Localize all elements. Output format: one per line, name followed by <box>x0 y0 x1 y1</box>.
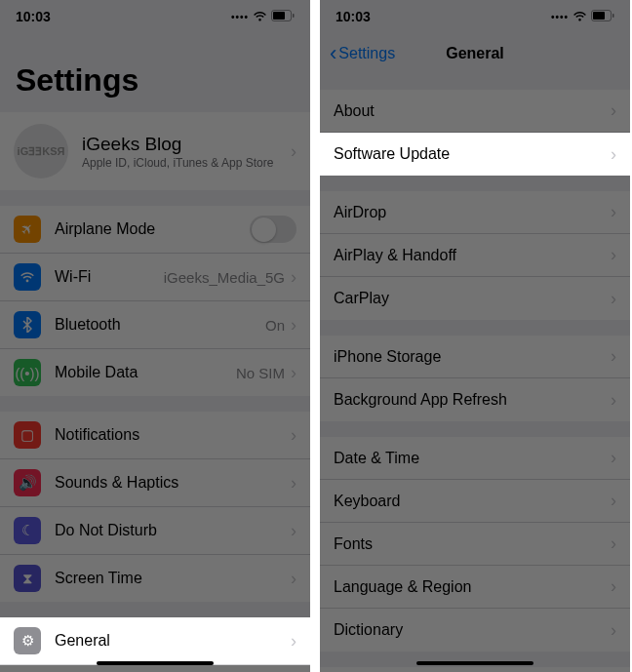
notifications-row[interactable]: ▢ Notifications › <box>0 412 310 459</box>
status-icons: •••• <box>551 9 614 24</box>
mobile-value: No SIM <box>236 365 285 381</box>
apple-id-row[interactable]: iGƎƎKSЯ iGeeks Blog Apple ID, iCloud, iT… <box>0 112 310 190</box>
airplane-icon: ✈ <box>14 216 41 243</box>
airplane-toggle[interactable] <box>250 216 296 243</box>
connectivity-section: ✈ Airplane Mode Wi-Fi iGeeks_Media_5G › … <box>0 206 310 396</box>
chevron-left-icon: ‹ <box>330 41 336 66</box>
wifi-icon <box>573 9 587 24</box>
bluetooth-icon <box>14 311 41 338</box>
status-bar: 10:03 •••• <box>320 0 630 33</box>
chevron-right-icon: › <box>291 267 296 288</box>
profile-section: iGƎƎKSЯ iGeeks Blog Apple ID, iCloud, iT… <box>0 112 310 190</box>
airdrop-row[interactable]: AirDrop › <box>320 191 630 234</box>
background-refresh-row[interactable]: Background App Refresh › <box>320 378 630 421</box>
fonts-label: Fonts <box>334 535 611 553</box>
airplay-row[interactable]: AirPlay & Handoff › <box>320 234 630 277</box>
airplane-mode-row[interactable]: ✈ Airplane Mode <box>0 206 310 254</box>
gear-icon: ⚙ <box>14 627 41 654</box>
back-button[interactable]: ‹ Settings <box>330 41 395 66</box>
dnd-row[interactable]: ☾ Do Not Disturb › <box>0 507 310 555</box>
chevron-right-icon: › <box>611 144 616 165</box>
cellular-icon: •••• <box>231 12 249 22</box>
chevron-right-icon: › <box>611 100 616 121</box>
sounds-label: Sounds & Haptics <box>55 474 291 492</box>
chevron-right-icon: › <box>611 202 616 222</box>
screentime-row[interactable]: ⧗ Screen Time › <box>0 555 310 602</box>
software-update-row[interactable]: Software Update › <box>320 133 630 176</box>
wifi-value: iGeeks_Media_5G <box>164 269 285 286</box>
storage-row[interactable]: iPhone Storage › <box>320 336 630 378</box>
home-indicator[interactable] <box>97 661 214 665</box>
chevron-right-icon: › <box>291 425 296 446</box>
general-label: General <box>55 632 291 650</box>
general-row[interactable]: ⚙ General › <box>0 617 310 665</box>
profile-subtitle: Apple ID, iCloud, iTunes & App Store <box>82 156 291 170</box>
mobile-data-row[interactable]: ((•)) Mobile Data No SIM › <box>0 349 310 396</box>
back-label: Settings <box>338 45 395 62</box>
wifi-row-icon <box>14 263 41 291</box>
status-time: 10:03 <box>336 9 371 24</box>
software-label: Software Update <box>334 145 611 163</box>
nav-bar: ‹ Settings General <box>320 33 630 74</box>
general-settings-screen: 10:03 •••• ‹ Settings General About › So… <box>320 0 630 672</box>
chevron-right-icon: › <box>611 576 616 597</box>
locale-section: Date & Time › Keyboard › Fonts › Languag… <box>320 437 630 652</box>
notifications-label: Notifications <box>55 426 291 444</box>
airdrop-label: AirDrop <box>334 204 611 221</box>
chevron-right-icon: › <box>611 245 616 265</box>
keyboard-row[interactable]: Keyboard › <box>320 480 630 523</box>
notifications-section: ▢ Notifications › 🔊 Sounds & Haptics › ☾… <box>0 412 310 602</box>
notifications-icon: ▢ <box>14 421 41 449</box>
avatar: iGƎƎKSЯ <box>14 124 68 178</box>
svg-rect-10 <box>593 12 605 20</box>
wifi-label: Wi-Fi <box>55 268 164 286</box>
about-label: About <box>334 102 611 120</box>
chevron-right-icon: › <box>291 631 296 652</box>
dictionary-row[interactable]: Dictionary › <box>320 609 630 652</box>
chevron-right-icon: › <box>611 448 616 468</box>
battery-icon <box>591 9 614 24</box>
screentime-label: Screen Time <box>55 570 291 587</box>
home-indicator[interactable] <box>416 661 533 665</box>
language-label: Language & Region <box>334 578 611 596</box>
wifi-row[interactable]: Wi-Fi iGeeks_Media_5G › <box>0 254 310 301</box>
page-title: Settings <box>0 33 310 112</box>
chevron-right-icon: › <box>611 390 616 411</box>
bluetooth-row[interactable]: Bluetooth On › <box>0 301 310 349</box>
language-row[interactable]: Language & Region › <box>320 566 630 609</box>
keyboard-label: Keyboard <box>334 493 611 510</box>
sounds-icon: 🔊 <box>14 469 41 496</box>
nav-title: General <box>446 45 504 62</box>
settings-root-screen: 10:03 •••• Settings iGƎƎKSЯ iGeeks Blog … <box>0 0 310 672</box>
wifi-icon <box>253 9 267 24</box>
antenna-icon: ((•)) <box>14 359 41 386</box>
bluetooth-label: Bluetooth <box>55 316 265 334</box>
about-row[interactable]: About › <box>320 90 630 133</box>
datetime-row[interactable]: Date & Time › <box>320 437 630 480</box>
chevron-right-icon: › <box>291 315 296 336</box>
chevron-right-icon: › <box>291 141 296 162</box>
moon-icon: ☾ <box>14 517 41 544</box>
fonts-row[interactable]: Fonts › <box>320 523 630 566</box>
battery-icon <box>271 9 295 24</box>
chevron-right-icon: › <box>611 534 616 554</box>
airplay-label: AirPlay & Handoff <box>334 247 611 264</box>
chevron-right-icon: › <box>611 620 616 641</box>
chevron-right-icon: › <box>291 569 296 589</box>
about-section: About › Software Update › <box>320 90 630 176</box>
sounds-row[interactable]: 🔊 Sounds & Haptics › <box>0 459 310 507</box>
profile-text: iGeeks Blog Apple ID, iCloud, iTunes & A… <box>82 134 291 170</box>
chevron-right-icon: › <box>291 363 296 383</box>
status-time: 10:03 <box>16 9 51 24</box>
status-bar: 10:03 •••• <box>0 0 310 33</box>
cellular-icon: •••• <box>551 12 569 22</box>
svg-rect-11 <box>612 14 614 18</box>
svg-rect-2 <box>293 14 295 18</box>
chevron-right-icon: › <box>611 289 616 309</box>
vpn-row[interactable]: VPN Not Connected › <box>320 667 630 672</box>
refresh-label: Background App Refresh <box>334 391 611 409</box>
control-centre-row[interactable]: Control Centre › <box>0 665 310 672</box>
dnd-label: Do Not Disturb <box>55 522 291 539</box>
chevron-right-icon: › <box>611 491 616 511</box>
carplay-row[interactable]: CarPlay › <box>320 277 630 320</box>
